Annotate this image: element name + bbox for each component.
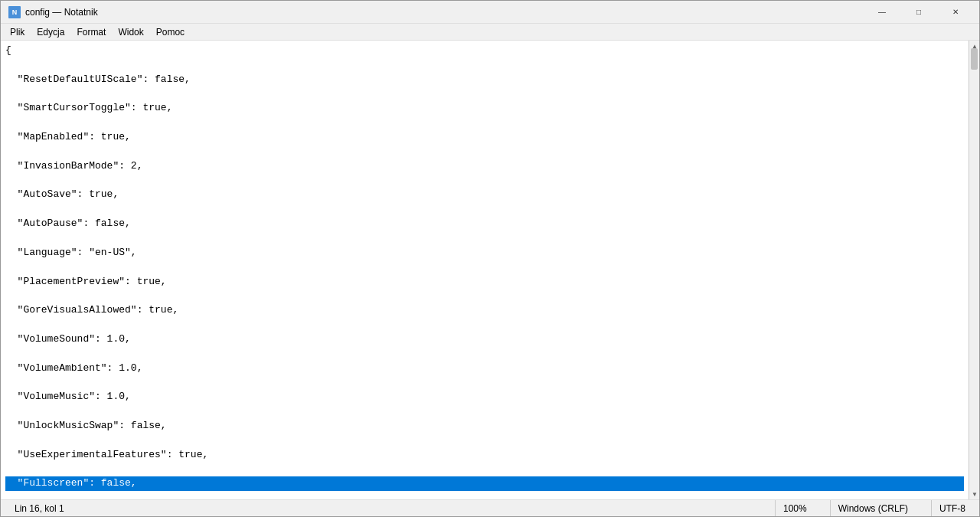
status-bar: Lin 16, kol 1 100% Windows (CRLF) UTF-8 bbox=[1, 499, 979, 516]
editor-line: "Fullscreen": false, bbox=[5, 476, 964, 491]
encoding: UTF-8 bbox=[939, 503, 965, 514]
editor-line: "UseExperimentalFeatures": true, bbox=[5, 448, 964, 463]
line-ending: Windows (CRLF) bbox=[838, 503, 908, 514]
zoom-level: 100% bbox=[783, 503, 807, 514]
scrollbar-thumb[interactable] bbox=[971, 48, 978, 70]
window-controls: — □ ✕ bbox=[864, 1, 973, 24]
maximize-button[interactable]: □ bbox=[901, 1, 936, 24]
editor-line: "PlacementPreview": true, bbox=[5, 275, 964, 290]
text-editor[interactable]: { "ResetDefaultUIScale": false, "SmartCu… bbox=[1, 41, 969, 499]
editor-line: "MapEnabled": true, bbox=[5, 130, 964, 145]
editor-line: "GoreVisualsAllowed": true, bbox=[5, 303, 964, 318]
status-encoding: UTF-8 bbox=[931, 500, 973, 516]
cursor-position: Lin 16, kol 1 bbox=[15, 503, 64, 514]
menu-bar: Plik Edycja Format Widok Pomoc bbox=[1, 24, 979, 41]
editor-line: "VolumeAmbient": 1.0, bbox=[5, 362, 964, 376]
status-line-ending: Windows (CRLF) bbox=[830, 500, 916, 516]
menu-edycja[interactable]: Edycja bbox=[31, 24, 70, 41]
editor-line: "InvasionBarMode": 2, bbox=[5, 159, 964, 174]
scroll-down-arrow[interactable]: ▼ bbox=[969, 489, 979, 499]
editor-line: "VolumeSound": 1.0, bbox=[5, 332, 964, 347]
editor-line: "SmartCursorToggle": true, bbox=[5, 101, 964, 116]
editor-line: "Language": "en-US", bbox=[5, 246, 964, 260]
editor-line: "ResetDefaultUIScale": false, bbox=[5, 73, 964, 87]
menu-plik[interactable]: Plik bbox=[4, 24, 31, 41]
app-icon: N bbox=[8, 6, 21, 18]
title-bar: N config — Notatnik — □ ✕ bbox=[1, 1, 979, 24]
menu-pomoc[interactable]: Pomoc bbox=[150, 24, 191, 41]
editor-line: "AutoPause": false, bbox=[5, 217, 964, 231]
window: N config — Notatnik — □ ✕ Plik Edycja Fo… bbox=[0, 0, 980, 517]
editor-line: "VolumeMusic": 1.0, bbox=[5, 390, 964, 404]
status-position: Lin 16, kol 1 bbox=[7, 500, 72, 516]
close-button[interactable]: ✕ bbox=[938, 1, 973, 24]
menu-format[interactable]: Format bbox=[70, 24, 112, 41]
editor-line: "UnlockMusicSwap": false, bbox=[5, 419, 964, 434]
title-bar-left: N config — Notatnik bbox=[8, 6, 98, 18]
editor-line: { bbox=[5, 44, 964, 58]
menu-widok[interactable]: Widok bbox=[112, 24, 149, 41]
minimize-button[interactable]: — bbox=[864, 1, 900, 24]
status-zoom: 100% bbox=[775, 500, 815, 516]
window-title: config — Notatnik bbox=[25, 7, 98, 18]
editor-area: { "ResetDefaultUIScale": false, "SmartCu… bbox=[1, 41, 979, 499]
vertical-scrollbar[interactable]: ▲ ▼ bbox=[969, 41, 979, 499]
editor-line: "AutoSave": true, bbox=[5, 188, 964, 202]
